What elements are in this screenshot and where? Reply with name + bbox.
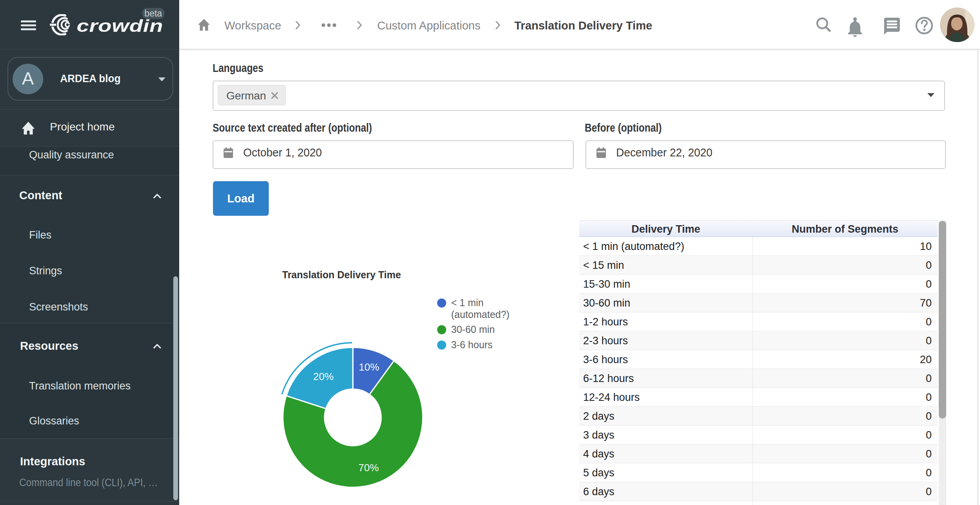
svg-text:3-6 hours: 3-6 hours	[451, 339, 493, 350]
svg-text:20%: 20%	[313, 371, 334, 382]
svg-text:30-60 min: 30-60 min	[451, 324, 495, 335]
svg-text:(automated?): (automated?)	[451, 309, 510, 320]
svg-text:70%: 70%	[358, 462, 379, 474]
svg-text:10%: 10%	[359, 361, 379, 373]
svg-text:< 1 min: < 1 min	[451, 297, 484, 308]
